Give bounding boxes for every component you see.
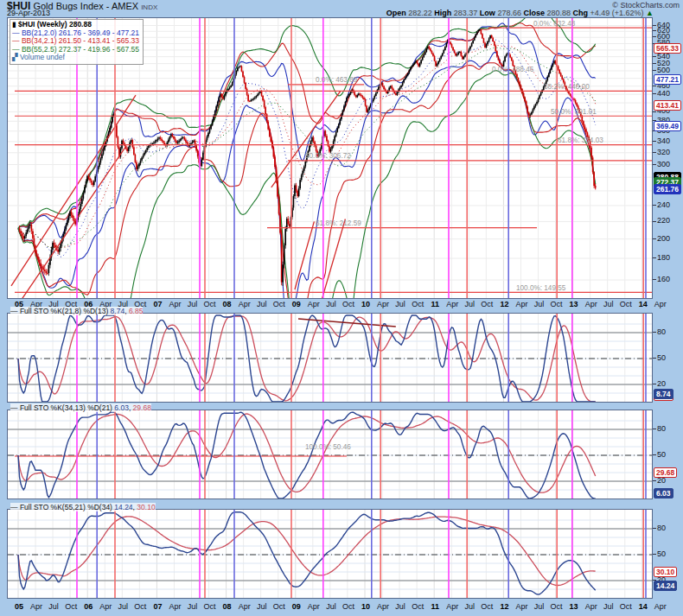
- stoch-legend-2: — Full STO %K(34,13) %D(21) 6.03, 29.68: [10, 403, 151, 412]
- stoch-legend-3: — Full STO %K(55,21) %D(34) 14.24, 30.10: [10, 503, 156, 511]
- x-axis-label: 07: [153, 300, 162, 308]
- x-axis-label: Oct: [204, 602, 216, 611]
- x-axis-label: Apr: [585, 300, 597, 308]
- stochastic-panel-3: [7, 509, 653, 599]
- stoch-k-value: 6.03: [114, 403, 129, 412]
- x-axis-label: 12: [500, 602, 508, 611]
- stoch-legend-text: Full STO %K(55,21) %D(34): [20, 503, 112, 511]
- x-axis-label: Oct: [551, 300, 563, 308]
- y-axis-tick-label: 500: [653, 66, 670, 74]
- x-axis-label: Oct: [65, 602, 77, 611]
- candlestick-icon: ▮: [12, 20, 18, 29]
- x-axis-label: 08: [223, 300, 232, 308]
- low-label: Low: [480, 9, 495, 17]
- stoch-legend-text: Full STO %K(34,13) %D(21): [20, 403, 112, 412]
- x-axis-label: Apr: [30, 602, 42, 611]
- x-axis-label: 06: [84, 602, 93, 611]
- legend-label: Volume undef: [20, 53, 65, 61]
- legend-label: $HUI (Weekly) 280.88: [18, 20, 92, 29]
- legend-label: BB(55,2.5) 272.37 - 419.96 - 567.55: [22, 45, 139, 54]
- open-label: Open: [386, 9, 406, 17]
- x-axis-label: Oct: [481, 602, 493, 611]
- y-axis-tick-label: 80: [653, 327, 666, 336]
- x-axis-label: Oct: [273, 602, 285, 611]
- y-axis-tick-label: 50: [653, 353, 666, 362]
- stoch-legend-1: — Full STO %K(21,8) %D(13) 8.74, 6.85: [10, 307, 143, 315]
- x-axis-label: 05: [15, 602, 23, 611]
- stockcharts-page: $HUI Gold Bugs Index - AMEX INDX © Stock…: [0, 0, 683, 616]
- x-axis-label: 10: [361, 300, 370, 308]
- stoch-d-value: 6.85: [129, 307, 144, 315]
- axis-value-box: 369.49: [654, 121, 681, 131]
- x-axis-label: 12: [500, 300, 508, 308]
- x-axis-label: Jul: [603, 602, 614, 611]
- y-axis-tick-label: 180: [653, 253, 670, 262]
- x-axis-label: Jul: [395, 300, 405, 308]
- line-sample-icon: —: [12, 29, 22, 37]
- y-axis-tick-label: 20: [653, 379, 666, 388]
- x-axis-label: Oct: [342, 602, 354, 611]
- x-axis-label: Apr: [515, 300, 527, 308]
- x-axis-label: Oct: [134, 602, 146, 611]
- x-axis-label: Jul: [465, 602, 476, 611]
- legend-label: BB(34,2.1) 261.50 - 413.41 - 565.33: [22, 36, 139, 45]
- high-value: 283.37: [454, 9, 478, 17]
- stoch-canvas-3: [8, 510, 652, 598]
- svg-text:0.0%: 463.89: 0.0%: 463.89: [316, 76, 358, 84]
- x-axis-label: 13: [570, 602, 578, 611]
- svg-text:50.0%: 391.01: 50.0%: 391.01: [551, 108, 597, 116]
- legend-row: ▞ Volume undef: [12, 54, 139, 62]
- svg-text:0.0%: 632.48: 0.0%: 632.48: [533, 20, 576, 28]
- x-axis-label: Oct: [273, 300, 285, 308]
- axis-value-box: 477.21: [654, 74, 681, 85]
- y-axis-tick-label: 80: [653, 524, 666, 532]
- line-sample-icon: —: [10, 307, 18, 315]
- line-sample-icon: —: [12, 36, 22, 45]
- x-axis-label: Jul: [257, 300, 267, 308]
- stoch-canvas-2: 100.0%: 50.46: [8, 410, 652, 499]
- x-axis-label: 10: [361, 602, 370, 611]
- svg-text:50.0%: 306.72: 50.0%: 306.72: [305, 152, 351, 160]
- line-sample-icon: —: [10, 403, 18, 412]
- open-value: 282.22: [408, 9, 432, 17]
- x-axis-label: Apr: [239, 300, 251, 308]
- svg-text:38.2%: 448.00: 38.2%: 448.00: [544, 83, 590, 91]
- svg-text:100.0%: 149.55: 100.0%: 149.55: [516, 284, 566, 292]
- x-axis-label: 09: [292, 300, 301, 308]
- axis-value-box: 261.76: [654, 184, 681, 194]
- y-axis-tick-label: 50: [653, 549, 666, 558]
- line-sample-icon: —: [10, 503, 18, 511]
- x-axis-label: Oct: [412, 300, 424, 308]
- chart-date: 29-Apr-2013: [7, 9, 50, 17]
- x-axis-label: Oct: [481, 300, 493, 308]
- x-axis-label: Apr: [377, 300, 389, 308]
- x-axis-label: Oct: [620, 300, 632, 308]
- svg-text:61.8%: 334.03: 61.8%: 334.03: [558, 137, 603, 144]
- axis-value-box: 6.03: [654, 488, 673, 499]
- x-axis-label: Jul: [603, 300, 614, 308]
- x-axis-label: 14: [639, 602, 648, 611]
- y-axis-tick-label: 300: [653, 160, 670, 168]
- main-chart-legend: ▮ $HUI (Weekly) 280.88— BB(21,2.0) 261.7…: [10, 19, 144, 65]
- svg-text:100.0%: 50.46: 100.0%: 50.46: [305, 443, 351, 451]
- svg-text:0.0%: 488.46: 0.0%: 488.46: [492, 66, 534, 73]
- axis-value-box: 565.33: [654, 43, 681, 54]
- x-axis-label: 08: [223, 602, 232, 611]
- y-axis-tick-label: 50: [653, 450, 666, 459]
- x-axis-label: 14: [639, 300, 648, 308]
- x-axis-label: 13: [570, 300, 578, 308]
- x-axis-label: Apr: [99, 602, 112, 611]
- x-axis-label: Jul: [48, 602, 59, 611]
- y-axis-tick-label: 80: [653, 424, 666, 433]
- right-price-axis: 6406206005805405205004604404003803603403…: [653, 0, 683, 616]
- stoch-d-value: 29.68: [133, 403, 151, 412]
- stoch-k-value: 14.24: [114, 503, 132, 511]
- x-axis-label: Oct: [204, 300, 216, 308]
- line-sample-icon: —: [12, 45, 22, 54]
- high-label: High: [434, 9, 451, 17]
- y-axis-tick-label: 220: [653, 216, 670, 225]
- x-axis-label: Jul: [118, 602, 129, 611]
- chg-label: Chg: [573, 9, 589, 17]
- x-axis-label: Apr: [169, 602, 181, 611]
- x-axis-label: Oct: [551, 602, 563, 611]
